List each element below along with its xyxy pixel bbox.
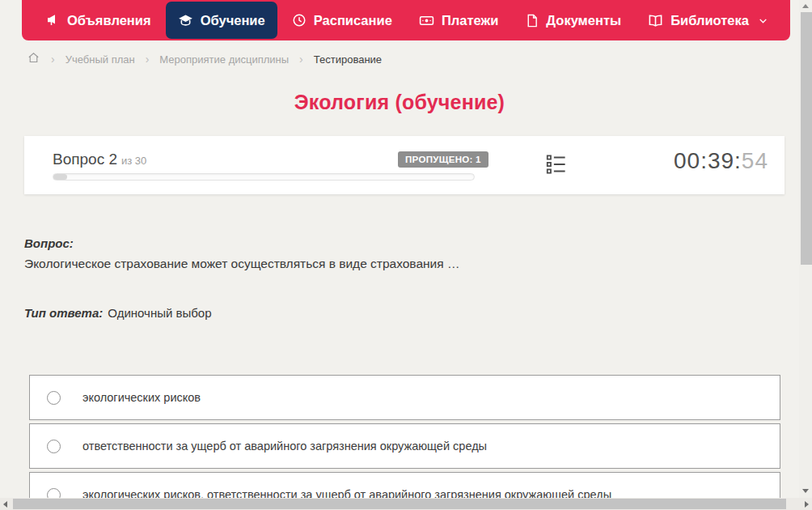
page-title: Экология (обучение) <box>0 91 799 114</box>
timer-seconds: 54 <box>742 148 768 173</box>
top-nav: Объявления Обучение Расписание Платежи Д… <box>22 0 790 40</box>
nav-item-label: Платежи <box>442 13 498 28</box>
vertical-scrollbar-thumb[interactable] <box>801 12 812 265</box>
question-label: Вопрос: <box>24 236 74 250</box>
breadcrumb: › Учебный план › Мероприятие дисциплины … <box>27 51 382 67</box>
question-list-icon[interactable] <box>544 152 570 178</box>
nav-item-label: Обучение <box>201 13 265 28</box>
progress-bar-fill <box>53 174 67 180</box>
breadcrumb-item-curriculum[interactable]: Учебный план <box>66 53 135 66</box>
radio-button[interactable] <box>47 440 61 453</box>
answer-option-3[interactable]: экологических рисков, ответственности за… <box>29 472 780 498</box>
timer-minutes: 00:39: <box>674 148 742 173</box>
nav-item-library[interactable]: Библиотека <box>636 2 780 39</box>
answer-option-label: экологических рисков, ответственности за… <box>82 488 611 498</box>
radio-button[interactable] <box>47 488 61 499</box>
skipped-badge: ПРОПУЩЕНО: 1 <box>398 151 488 168</box>
nav-item-announcements[interactable]: Объявления <box>33 2 163 39</box>
breadcrumb-item-discipline-event[interactable]: Мероприятие дисциплины <box>159 53 289 66</box>
answer-option-1[interactable]: экологических рисков <box>29 375 780 420</box>
banknote-icon <box>419 13 434 28</box>
breadcrumb-item-testing: Тестирование <box>314 53 382 66</box>
clock-icon <box>292 13 307 28</box>
nav-item-label: Объявления <box>67 13 151 28</box>
scroll-down-arrow-icon[interactable] <box>802 489 809 493</box>
nav-item-payments[interactable]: Платежи <box>407 2 510 39</box>
question-header-card: Вопрос 2из 30 ПРОПУЩЕНО: 1 00:39:54 <box>24 136 785 194</box>
question-of-total: из 30 <box>121 155 146 167</box>
radio-button[interactable] <box>47 391 61 405</box>
horizontal-scrollbar-thumb[interactable] <box>13 499 786 509</box>
answer-type-label: Тип ответа: <box>24 306 103 320</box>
answer-type-row: Тип ответа:Одиночный выбор <box>24 306 212 320</box>
answer-option-2[interactable]: ответственности за ущерб от аварийного з… <box>29 423 780 469</box>
nav-item-label: Расписание <box>314 13 392 28</box>
nav-item-documents[interactable]: Документы <box>513 2 633 39</box>
megaphone-icon <box>45 13 60 28</box>
question-number-label: Вопрос 2 <box>53 151 117 168</box>
progress-bar <box>53 173 475 181</box>
answer-options: экологических рисков ответственности за … <box>29 375 780 498</box>
breadcrumb-separator: › <box>299 53 303 65</box>
scroll-up-arrow-icon[interactable] <box>802 4 809 8</box>
horizontal-scrollbar[interactable] <box>0 498 812 510</box>
scroll-left-arrow-icon[interactable] <box>3 501 7 508</box>
chevron-down-icon <box>758 15 768 26</box>
main-viewport: Объявления Обучение Расписание Платежи Д… <box>0 0 799 498</box>
answer-option-label: экологических рисков <box>82 391 201 404</box>
breadcrumb-separator: › <box>51 53 55 65</box>
document-icon <box>525 14 539 28</box>
open-book-icon <box>648 13 663 28</box>
answer-type-value: Одиночный выбор <box>108 306 211 320</box>
graduation-cap-icon <box>178 13 193 28</box>
timer: 00:39:54 <box>674 148 768 174</box>
vertical-scrollbar[interactable] <box>799 0 812 498</box>
scroll-right-arrow-icon[interactable] <box>805 501 809 508</box>
breadcrumb-separator: › <box>146 53 150 65</box>
home-icon[interactable] <box>27 51 40 67</box>
nav-item-schedule[interactable]: Расписание <box>280 2 404 39</box>
answer-option-label: ответственности за ущерб от аварийного з… <box>82 440 487 453</box>
question-number: Вопрос 2из 30 <box>53 151 146 168</box>
nav-item-label: Библиотека <box>670 13 749 28</box>
nav-item-label: Документы <box>546 13 621 28</box>
nav-item-training[interactable]: Обучение <box>166 2 277 39</box>
question-text: Экологическое страхование может осуществ… <box>24 257 459 271</box>
